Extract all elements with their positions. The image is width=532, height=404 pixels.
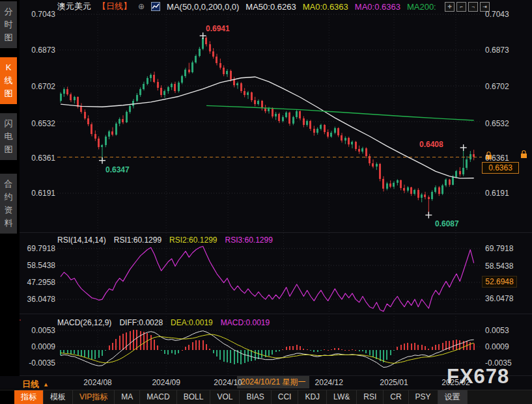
macd-bar xyxy=(300,346,301,350)
toolbar-item-MACD[interactable]: MACD xyxy=(140,390,176,404)
candle-body xyxy=(358,149,360,152)
mini-chart-icon xyxy=(151,2,160,11)
macd-title: MACD(26,12,9) xyxy=(57,318,111,327)
chart-canvas[interactable] xyxy=(0,0,532,404)
toolbar-item-指标[interactable]: 指标 xyxy=(14,390,44,404)
macd-bar xyxy=(175,350,176,355)
toolbar-corner xyxy=(0,390,14,404)
date-tick: 2025/01 xyxy=(380,378,408,387)
high-annotation: 0.6941 xyxy=(206,24,230,33)
macd-bar xyxy=(397,347,398,350)
macd-bar xyxy=(286,347,287,350)
date-tick: 2024/10 xyxy=(214,378,242,387)
macd-label-right: 0.0009 xyxy=(485,342,509,351)
macd-bar xyxy=(334,348,335,350)
macd-bar xyxy=(282,349,283,350)
price-label-right: 0.7043 xyxy=(485,10,509,19)
price-label-left: 0.6873 xyxy=(24,46,55,55)
macd-bar xyxy=(442,343,443,350)
sidebar-tab-2[interactable]: K线图 xyxy=(0,57,17,104)
macd-bar xyxy=(188,345,189,350)
macd-bar xyxy=(393,350,395,351)
candle-body xyxy=(98,139,100,147)
macd-bar xyxy=(157,345,158,350)
macd-bar xyxy=(344,350,346,351)
macd-bar xyxy=(372,350,374,357)
macd-bar xyxy=(102,350,103,356)
footer-period-label[interactable]: 日线 ▲ xyxy=(22,379,49,390)
candle-body xyxy=(428,197,430,199)
rsi-label-left: 69.7918 xyxy=(24,244,55,253)
macd-bar xyxy=(182,350,183,351)
price-label-left: 0.6702 xyxy=(24,82,55,91)
macd-bar xyxy=(407,343,408,350)
macd-bar xyxy=(438,344,440,350)
low-annotation-2: 0.6087 xyxy=(435,219,459,228)
toolbar-item-KDJ[interactable]: KDJ xyxy=(298,390,327,404)
candle-body xyxy=(115,124,117,135)
add-compare-icon[interactable]: ⊕ xyxy=(138,2,145,11)
macd-bar xyxy=(268,350,270,356)
macd-bar xyxy=(227,350,228,362)
macd-bar xyxy=(213,350,214,353)
macd-bar xyxy=(261,350,262,358)
candle-body xyxy=(393,183,395,187)
toolbar-item-LW&[interactable]: LW& xyxy=(327,390,357,404)
candle-body xyxy=(324,125,326,132)
macd-bar xyxy=(355,350,356,351)
toolbar-item-VIP指标[interactable]: VIP指标 xyxy=(73,390,115,404)
macd-bar xyxy=(352,349,353,350)
axis-right-icon[interactable]: ¬ xyxy=(468,2,478,12)
toolbar-item-CR[interactable]: CR xyxy=(384,390,408,404)
price-label-right: 0.6361 xyxy=(485,154,509,163)
macd-bar xyxy=(328,350,329,351)
candle-body xyxy=(344,138,346,141)
pan-icon[interactable]: ✛ xyxy=(445,2,455,12)
toolbar-item-BOLL[interactable]: BOLL xyxy=(177,390,211,404)
sidebar-tab-1[interactable]: 分时图 xyxy=(0,1,17,48)
sidebar-tab-4[interactable]: 合约资料 xyxy=(0,174,17,234)
candle-body xyxy=(251,92,253,100)
price-label-right: 0.6532 xyxy=(485,119,509,128)
toolbar-item-模板[interactable]: 模板 xyxy=(44,390,73,404)
rsi1-value: RSI1:60.1299 xyxy=(114,236,161,245)
panel-separator-1 xyxy=(20,232,532,233)
macd-bar xyxy=(206,344,207,350)
toolbar-item-RSI[interactable]: RSI xyxy=(357,390,384,404)
macd-bar xyxy=(338,348,339,350)
toolbar-item-BIAS[interactable]: BIAS xyxy=(240,390,271,404)
candle-body xyxy=(397,180,399,183)
toolbar-item-MA[interactable]: MA xyxy=(115,390,140,404)
toolbar-item-设置[interactable]: 设置 xyxy=(438,390,468,404)
price-label-left: 0.6532 xyxy=(24,119,55,128)
candle-body xyxy=(275,114,277,116)
candle-body xyxy=(438,187,440,194)
price-alert-lock-icon[interactable] xyxy=(521,151,527,159)
candle-body xyxy=(278,114,280,121)
toolbar-item-VOL[interactable]: VOL xyxy=(210,390,240,404)
toolbar-item-CCI[interactable]: CCI xyxy=(272,390,299,404)
candle-body xyxy=(313,129,315,133)
candle-body xyxy=(143,84,145,89)
candle-body xyxy=(184,70,186,76)
trading-app-window: 分时图K线图闪电图合约资料 澳元美元 【日线】 ⊕ MA(50,0,0,200,… xyxy=(0,0,532,404)
candle-body xyxy=(410,187,412,194)
candle-body xyxy=(167,87,169,90)
candle-body xyxy=(365,148,367,156)
period-label[interactable]: 【日线】 xyxy=(98,1,132,12)
candle-body xyxy=(452,177,454,185)
candle-body xyxy=(372,163,374,167)
sidebar-tab-3[interactable]: 闪电图 xyxy=(0,113,17,160)
candle-body xyxy=(473,154,475,157)
candle-body xyxy=(181,76,183,83)
candle-body xyxy=(108,131,110,137)
macd-bar xyxy=(362,350,363,351)
toolbar-item-PSY[interactable]: PSY xyxy=(409,390,438,404)
macd-bar xyxy=(60,350,61,355)
macd-bar xyxy=(432,347,433,350)
axis-left-icon[interactable]: ⌐ xyxy=(456,2,466,12)
candle-body xyxy=(320,125,322,128)
macd-bar xyxy=(414,343,415,350)
macd-bar xyxy=(289,346,290,350)
price-label-left: 0.6361 xyxy=(24,154,55,163)
